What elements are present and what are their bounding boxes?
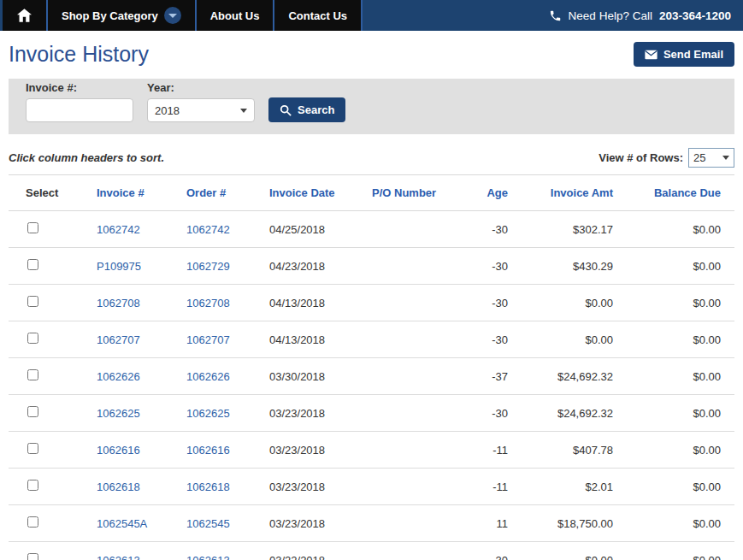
column-header-order[interactable]: Order # (180, 175, 262, 211)
invoice-date-cell: 03/22/2018 (262, 542, 365, 560)
search-button[interactable]: Search (268, 97, 345, 122)
invoice-date-cell: 04/25/2018 (262, 211, 365, 248)
invoice-date-cell: 04/13/2018 (262, 285, 365, 321)
invoice-amt-cell: $430.29 (522, 248, 627, 285)
balance-due-cell: $0.00 (627, 211, 734, 248)
invoice-number-link[interactable]: 1062626 (97, 370, 140, 383)
column-header-age[interactable]: Age (457, 175, 522, 211)
order-number-link[interactable]: 1062708 (186, 297, 230, 309)
invoice-amt-cell: $302.17 (522, 211, 627, 248)
row-select-checkbox[interactable] (27, 296, 38, 307)
age-cell: -30 (457, 321, 522, 358)
rows-per-page-value: 25 (693, 151, 705, 164)
table-row: 1062626 1062626 03/30/2018 -37 $24,692.3… (9, 358, 734, 395)
year-label: Year: (147, 81, 255, 94)
row-select-checkbox[interactable] (27, 480, 38, 491)
order-number-link[interactable]: 1062625 (186, 407, 230, 420)
row-select-checkbox[interactable] (27, 443, 38, 454)
phone-icon (549, 9, 562, 22)
po-number-cell (365, 542, 457, 560)
need-help-text: Need Help? Call (569, 9, 652, 22)
row-select-checkbox[interactable] (27, 222, 38, 233)
balance-due-cell: $0.00 (627, 395, 734, 432)
invoice-number-link[interactable]: 1062618 (97, 480, 140, 493)
invoice-amt-cell: $24,692.32 (522, 358, 627, 395)
order-number-link[interactable]: 1062545 (186, 517, 230, 530)
balance-due-cell: $0.00 (627, 321, 734, 358)
table-row: 1062616 1062616 03/23/2018 -11 $407.78 $… (9, 432, 734, 469)
column-header-select[interactable]: Select (9, 175, 90, 211)
invoice-number-link[interactable]: 1062707 (97, 333, 140, 346)
invoice-date-cell: 03/23/2018 (262, 395, 365, 432)
invoice-number-link[interactable]: 1062613 (97, 554, 140, 560)
invoice-number-link[interactable]: 1062742 (97, 223, 140, 236)
column-header-invoice[interactable]: Invoice # (90, 175, 180, 211)
invoice-number-link[interactable]: 1062708 (97, 297, 140, 309)
order-number-link[interactable]: 1062707 (186, 333, 230, 346)
order-number-link[interactable]: 1062729 (186, 260, 230, 273)
nav-item-contact-us[interactable]: Contact Us (274, 0, 363, 31)
sort-hint-text: Click column headers to sort. (9, 151, 164, 164)
age-cell: -11 (457, 432, 522, 469)
order-number-link[interactable]: 1062626 (186, 370, 230, 383)
view-rows-label: View # of Rows: (599, 151, 683, 164)
balance-due-cell: $0.00 (627, 432, 734, 469)
table-row: 1062708 1062708 04/13/2018 -30 $0.00 $0.… (9, 285, 734, 321)
po-number-cell (365, 505, 457, 542)
row-select-checkbox[interactable] (27, 369, 38, 380)
order-number-link[interactable]: 1062618 (186, 480, 230, 493)
invoice-number-link[interactable]: 1062625 (97, 407, 140, 420)
po-number-cell (365, 248, 457, 285)
invoice-number-input[interactable] (26, 98, 133, 122)
balance-due-cell: $0.00 (627, 505, 734, 542)
page-title: Invoice History (9, 42, 149, 67)
invoice-amt-cell: $0.00 (522, 542, 627, 560)
invoice-date-cell: 03/23/2018 (262, 432, 365, 469)
column-header-balance-due[interactable]: Balance Due (627, 175, 734, 211)
nav-item-shop-by-category[interactable]: Shop By Category (48, 0, 197, 31)
row-select-checkbox[interactable] (27, 333, 38, 344)
invoice-date-cell: 03/23/2018 (262, 505, 365, 542)
po-number-cell (365, 321, 457, 358)
column-header-invoice-amt[interactable]: Invoice Amt (522, 175, 627, 211)
age-cell: -30 (457, 542, 522, 560)
row-select-checkbox[interactable] (27, 406, 38, 417)
home-button[interactable] (3, 0, 48, 31)
invoice-number-link[interactable]: 1062545A (97, 517, 147, 530)
table-row: 1062545A 1062545 03/23/2018 11 $18,750.0… (9, 505, 734, 542)
nav-item-label: Contact Us (288, 9, 347, 22)
po-number-cell (365, 469, 457, 505)
po-number-cell (365, 432, 457, 469)
year-select[interactable]: 2018 (147, 98, 255, 122)
column-header-po-number[interactable]: P/O Number (365, 175, 457, 211)
invoice-number-link[interactable]: 1062616 (97, 444, 140, 457)
order-number-link[interactable]: 1062616 (186, 444, 230, 457)
rows-per-page-select[interactable]: 25 (688, 148, 734, 168)
balance-due-cell: $0.00 (627, 248, 734, 285)
table-row: 1062625 1062625 03/23/2018 -30 $24,692.3… (9, 395, 734, 432)
age-cell: -11 (457, 469, 522, 505)
send-email-button[interactable]: Send Email (634, 42, 734, 67)
need-help-phone[interactable]: Need Help? Call 203-364-1200 (549, 0, 743, 31)
search-button-label: Search (298, 103, 334, 116)
search-icon (280, 104, 292, 116)
row-select-checkbox[interactable] (27, 516, 38, 528)
row-select-checkbox[interactable] (27, 259, 38, 270)
order-number-link[interactable]: 1062613 (186, 554, 230, 560)
order-number-link[interactable]: 1062742 (186, 223, 230, 236)
age-cell: -30 (457, 248, 522, 285)
balance-due-cell: $0.00 (627, 285, 734, 321)
invoice-amt-cell: $24,692.32 (522, 395, 627, 432)
filter-bar: Invoice #: Year: 2018 Search (9, 79, 734, 134)
age-cell: -30 (457, 285, 522, 321)
balance-due-cell: $0.00 (627, 358, 734, 395)
row-select-checkbox[interactable] (27, 553, 38, 560)
table-row: 1062618 1062618 03/23/2018 -11 $2.01 $0.… (9, 469, 734, 505)
year-select-value: 2018 (155, 104, 180, 117)
phone-number: 203-364-1200 (659, 9, 731, 22)
chevron-down-icon (164, 7, 181, 24)
invoice-number-link[interactable]: P109975 (97, 260, 141, 273)
column-header-invoice-date[interactable]: Invoice Date (262, 175, 365, 211)
age-cell: 11 (457, 505, 522, 542)
nav-item-about-us[interactable]: About Us (197, 0, 275, 31)
